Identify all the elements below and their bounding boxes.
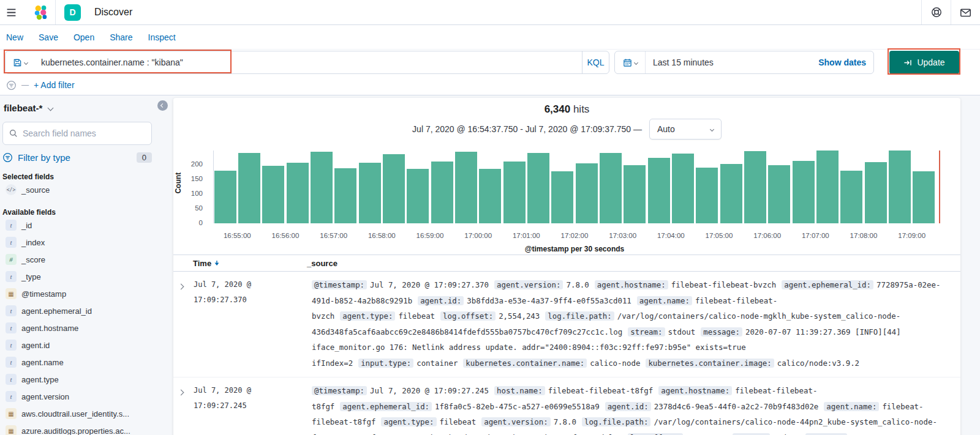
save-button[interactable]: Save <box>39 32 58 42</box>
discover-main-panel: 6,340 hits Jul 7, 2020 @ 16:54:37.750 - … <box>173 98 960 435</box>
histogram-bar[interactable] <box>576 163 598 223</box>
field-key-badge: message: <box>805 433 847 435</box>
histogram-bar[interactable] <box>624 165 646 223</box>
query-bar: KQL Last 15 minutes Show dates Update <box>0 50 980 75</box>
field-search-input[interactable] <box>23 128 145 138</box>
date-quick-select-button[interactable] <box>615 51 646 73</box>
histogram-bar[interactable] <box>913 171 935 223</box>
expand-row-button[interactable] <box>179 383 189 435</box>
field-key-badge: agent.hostname: <box>658 386 732 395</box>
histogram-bar[interactable] <box>672 154 694 223</box>
x-axis-tick-label: 17:04:00 <box>645 232 696 239</box>
field-list-item[interactable]: </>_source <box>2 181 152 198</box>
field-list-item[interactable]: tagent.hostname <box>2 319 152 336</box>
histogram-bar[interactable] <box>527 153 549 223</box>
x-axis-tick-label: 17:02:00 <box>549 232 600 239</box>
field-key-badge: message: <box>701 327 742 336</box>
field-value: stdout <box>773 433 801 435</box>
field-key-badge: agent.ephemeral_id: <box>782 280 873 289</box>
share-button[interactable]: Share <box>110 32 132 42</box>
histogram-plot-area[interactable] <box>213 151 936 223</box>
field-value: filebeat-filebeat-bvzch <box>671 280 777 289</box>
filter-icon[interactable] <box>6 80 17 91</box>
time-column-header[interactable]: Time <box>193 259 307 268</box>
histogram-bar[interactable] <box>214 171 236 223</box>
histogram-bar[interactable] <box>648 158 670 223</box>
elastic-logo-icon[interactable] <box>32 4 49 21</box>
field-list-item[interactable]: ▦aws.cloudtrail.user_identity.s... <box>2 405 152 422</box>
source-field-icon: </> <box>6 184 17 195</box>
histogram-bar[interactable] <box>840 171 862 223</box>
expand-row-button[interactable] <box>179 277 189 371</box>
histogram-bar[interactable] <box>600 153 622 223</box>
histogram-bar[interactable] <box>696 168 718 223</box>
histogram-bar[interactable] <box>889 151 911 223</box>
histogram-bar[interactable] <box>431 162 453 223</box>
field-list-item[interactable]: tagent.type <box>2 371 152 388</box>
histogram-bar[interactable] <box>359 163 381 223</box>
field-value: 2,554,243 <box>499 311 540 321</box>
x-axis-tick-label: 17:00:00 <box>453 232 504 239</box>
help-button[interactable] <box>921 0 951 24</box>
field-list-item[interactable]: tagent.id <box>2 336 152 354</box>
field-list-item[interactable]: #_score <box>2 251 152 268</box>
histogram-bar[interactable] <box>865 162 887 223</box>
inspect-button[interactable]: Inspect <box>148 32 176 42</box>
x-axis-tick-label: 17:09:00 <box>886 232 938 239</box>
field-list-item[interactable]: tagent.version <box>2 388 152 405</box>
newsfeed-button[interactable] <box>951 0 980 24</box>
menu-hamburger-icon[interactable] <box>0 7 24 18</box>
x-axis-tick-label: 17:07:00 <box>790 232 841 239</box>
field-list-item[interactable]: t_id <box>2 217 152 234</box>
histogram-bar[interactable] <box>479 169 501 223</box>
histogram-bar[interactable] <box>238 153 260 223</box>
sort-desc-icon <box>214 260 220 266</box>
chevron-right-icon <box>178 284 184 290</box>
field-list-item[interactable]: tagent.ephemeral_id <box>2 302 152 319</box>
search-query-input[interactable] <box>35 51 582 73</box>
time-range-row: Jul 7, 2020 @ 16:54:37.750 - Jul 7, 2020… <box>173 119 960 139</box>
histogram-bar[interactable] <box>720 164 742 223</box>
histogram-bar[interactable] <box>262 166 284 223</box>
source-column-header: _source <box>307 259 337 268</box>
histogram-bar[interactable] <box>287 163 309 223</box>
histogram-bar[interactable] <box>407 169 429 223</box>
histogram-bar[interactable] <box>744 151 766 223</box>
x-axis-tick-label: 16:58:00 <box>356 232 407 239</box>
query-input-group: KQL <box>5 51 609 74</box>
field-name: _score <box>21 255 45 264</box>
time-range-text: Jul 7, 2020 @ 16:54:37.750 - Jul 7, 2020… <box>412 124 642 134</box>
discover-app-badge[interactable]: D <box>64 4 81 21</box>
field-key-badge: agent.id: <box>605 402 651 411</box>
histogram-bar[interactable] <box>768 165 790 223</box>
doc-time-cell: Jul 7, 2020 @ 17:09:27.245 <box>194 383 307 435</box>
add-filter-link[interactable]: + Add filter <box>34 80 75 90</box>
field-list-item[interactable]: tagent.name <box>2 354 152 371</box>
histogram-bar[interactable] <box>383 154 405 223</box>
update-button[interactable]: Update <box>889 51 959 74</box>
field-list-item[interactable]: ▦@timestamp <box>2 285 152 302</box>
field-value: 7.8.0 <box>566 280 589 289</box>
search-icon <box>9 129 18 138</box>
time-range-value[interactable]: Last 15 minutes <box>646 58 818 67</box>
histogram-bar[interactable] <box>793 161 815 223</box>
show-dates-link[interactable]: Show dates <box>818 58 873 67</box>
field-list-item[interactable]: t_type <box>2 268 152 285</box>
saved-query-menu-button[interactable] <box>6 51 35 73</box>
histogram-bar[interactable] <box>311 152 333 223</box>
histogram-bar[interactable] <box>503 162 526 223</box>
new-button[interactable]: New <box>6 32 23 42</box>
open-button[interactable]: Open <box>74 32 94 42</box>
index-pattern-selector[interactable]: filebeat-* <box>2 103 152 113</box>
histogram-bar[interactable] <box>816 151 839 223</box>
histogram-bar[interactable] <box>334 168 356 223</box>
filter-by-type-link[interactable]: Filter by type <box>18 152 70 163</box>
interval-select[interactable]: Auto <box>649 119 722 139</box>
field-list-item[interactable]: t_index <box>2 234 152 251</box>
date-field-icon: ▦ <box>6 425 17 435</box>
histogram-bar[interactable] <box>455 152 477 223</box>
histogram-bar[interactable] <box>551 171 573 223</box>
field-list-item[interactable]: ▦azure.auditlogs.properties.ac... <box>2 422 152 435</box>
query-language-kql-button[interactable]: KQL <box>582 51 609 73</box>
collapse-sidebar-button[interactable] <box>157 100 168 111</box>
